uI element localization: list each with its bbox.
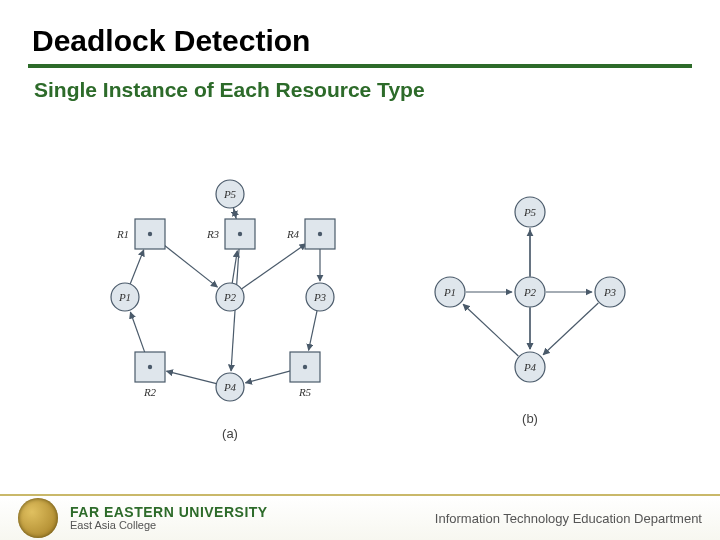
svg-point-19 (318, 232, 322, 236)
footer-bar: FAR EASTERN UNIVERSITY East Asia College… (0, 494, 720, 540)
svg-text:P1: P1 (443, 286, 456, 298)
svg-text:P3: P3 (603, 286, 617, 298)
svg-line-8 (234, 210, 236, 220)
svg-text:P5: P5 (523, 206, 537, 218)
svg-text:P2: P2 (523, 286, 537, 298)
svg-point-22 (148, 365, 152, 369)
university-name: FAR EASTERN UNIVERSITY (70, 505, 268, 520)
svg-text:R3: R3 (206, 228, 220, 240)
university-subname: East Asia College (70, 520, 268, 532)
title-rule (28, 64, 692, 68)
svg-line-0 (130, 250, 144, 284)
sublabel-b: (b) (522, 411, 538, 426)
svg-point-25 (303, 365, 307, 369)
svg-line-4 (166, 371, 216, 383)
svg-text:R2: R2 (143, 386, 157, 398)
figure-b: P5P1P2P3P4 (b) (420, 187, 640, 426)
department-name: Information Technology Education Departm… (435, 511, 702, 526)
svg-line-2 (241, 244, 306, 289)
resource-allocation-graph: R1R3R4R2R5P5P1P2P3P4 (80, 172, 380, 422)
figure-a: R1R3R4R2R5P5P1P2P3P4 (a) (80, 172, 380, 441)
svg-text:P1: P1 (118, 291, 131, 303)
subtitle: Single Instance of Each Resource Type (34, 78, 692, 102)
svg-text:R4: R4 (286, 228, 300, 240)
sublabel-a: (a) (222, 426, 238, 441)
figures-row: R1R3R4R2R5P5P1P2P3P4 (a) P5P1P2P3P4 (b) (28, 112, 692, 501)
page-title: Deadlock Detection (32, 24, 692, 58)
svg-text:R5: R5 (298, 386, 312, 398)
svg-text:P2: P2 (223, 291, 237, 303)
svg-text:P4: P4 (523, 361, 537, 373)
svg-line-3 (309, 311, 318, 351)
slide: Deadlock Detection Single Instance of Ea… (0, 0, 720, 540)
wait-for-graph: P5P1P2P3P4 (420, 187, 640, 407)
university-seal-icon (18, 498, 58, 538)
svg-text:P5: P5 (223, 188, 237, 200)
university-name-block: FAR EASTERN UNIVERSITY East Asia College (70, 505, 268, 531)
svg-line-11 (245, 371, 290, 383)
svg-line-41 (543, 303, 598, 355)
svg-text:P4: P4 (223, 381, 237, 393)
svg-point-13 (148, 232, 152, 236)
svg-line-6 (162, 243, 218, 287)
svg-line-42 (463, 304, 518, 356)
svg-line-7 (130, 312, 145, 353)
svg-point-16 (238, 232, 242, 236)
svg-text:R1: R1 (116, 228, 129, 240)
svg-text:P3: P3 (313, 291, 327, 303)
